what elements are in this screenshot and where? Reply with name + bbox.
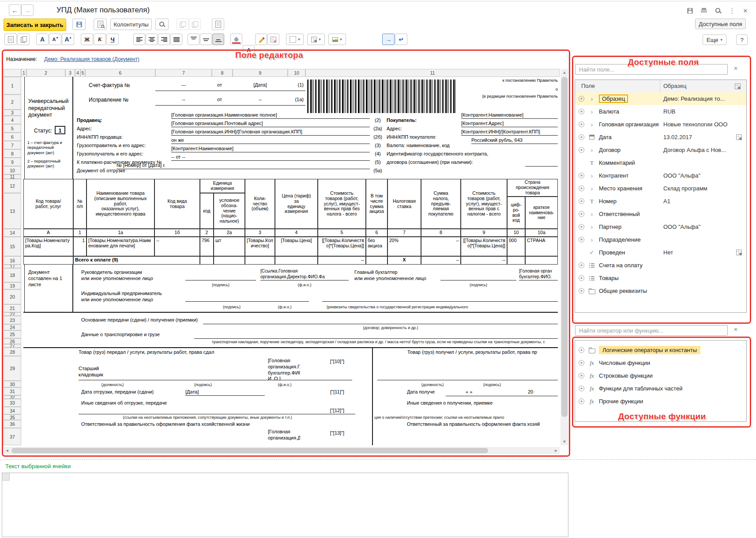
row-header[interactable]: 15 <box>4 237 21 256</box>
clear-cells-button[interactable] <box>267 34 279 45</box>
ship-date-label[interactable]: Дата отгрузки, передачи (сдачи) <box>81 389 154 395</box>
field-action-icon[interactable] <box>736 250 742 255</box>
more-button[interactable]: Еще▾ <box>703 34 726 45</box>
form-from2[interactable]: от <box>217 97 222 102</box>
field-row-golovnaya[interactable]: + › Головная организация Новые технологи… <box>575 118 746 131</box>
italic-button[interactable]: К <box>94 34 106 45</box>
expand-plus-icon[interactable]: + <box>579 224 584 230</box>
chevron-right-icon[interactable]: › <box>588 109 595 114</box>
sig-pages[interactable]: Документ составлен на 1 листе <box>28 269 71 288</box>
vertical-scroll-thumb[interactable] <box>561 77 568 417</box>
row-header[interactable]: 4 <box>4 116 21 124</box>
table-header-excise[interactable]: В том числе сумма акциза <box>366 179 387 229</box>
function-label[interactable]: Логические операторы и константы <box>599 346 700 354</box>
align-center-button[interactable] <box>146 34 158 45</box>
row-header[interactable]: 2 <box>4 95 21 110</box>
scroll-right-icon[interactable]: ► <box>553 447 560 454</box>
col-header-8[interactable]: 8 <box>212 69 233 77</box>
sheet-corner-cell[interactable] <box>4 69 21 77</box>
field-label[interactable]: Ответственный <box>599 211 640 217</box>
row-header[interactable]: 8 <box>4 149 21 158</box>
preview-icon[interactable] <box>713 6 723 15</box>
row-header[interactable]: 3 <box>4 110 21 116</box>
bold-button[interactable]: Ж <box>81 34 93 45</box>
field-row-dogovor[interactable]: + › Договор Договор Альфа с Нов... <box>575 144 746 156</box>
field-label[interactable]: Счета на оплату <box>599 262 643 269</box>
horizontal-scroll-thumb[interactable] <box>11 448 488 453</box>
total-cost-wo-tax[interactable]: -- <box>318 256 366 265</box>
row-header[interactable]: 34 <box>4 407 21 414</box>
fill-color-button[interactable] <box>230 34 242 45</box>
table-header-unit-name[interactable]: условное обозна- чение (нацио- нальное) <box>214 193 245 229</box>
fields-table-header[interactable]: Поле Образец <box>575 80 746 93</box>
vertical-scrollbar[interactable]: ▲ ▼ <box>560 69 568 445</box>
code-row-cell[interactable]: 8 <box>421 229 461 237</box>
chevron-right-icon[interactable]: › <box>588 212 595 217</box>
row-header[interactable]: 6 <box>4 133 21 141</box>
function-row-logical[interactable]: + Логические операторы и константы <box>575 344 746 356</box>
buyer-label[interactable]: Адрес: <box>387 126 402 132</box>
ship-date-value[interactable]: [Дата] <box>185 388 265 396</box>
horizontal-scrollbar[interactable]: ◄ ► <box>4 447 560 454</box>
col-header-4[interactable]: 4 <box>75 69 80 77</box>
kebab-menu-icon[interactable]: ⋮ <box>727 6 737 15</box>
row-header[interactable]: 26 <box>4 338 21 344</box>
field-action-icon[interactable] <box>736 134 742 140</box>
expand-plus-icon[interactable]: + <box>579 275 584 281</box>
copy-layout-button[interactable] <box>177 19 188 30</box>
sig-accountant-label[interactable]: Главный бухгалтер или иное уполномоченно… <box>354 269 438 282</box>
row-header[interactable]: 13 <box>4 193 21 229</box>
window-close-icon[interactable]: ✕ <box>741 6 750 15</box>
row-header[interactable]: 32 <box>4 395 21 399</box>
row-header[interactable]: 19 <box>4 282 21 289</box>
align-justify-button[interactable] <box>170 34 182 45</box>
page-mode-button[interactable] <box>212 19 224 30</box>
field-label[interactable]: Образец <box>599 95 628 103</box>
table-header-unit-code[interactable]: код <box>200 193 214 229</box>
column-settings-icon[interactable] <box>735 83 741 89</box>
table-header-code[interactable]: Код товара/ работ, услуг <box>23 179 73 229</box>
field-row-proveden[interactable]: ✓ Проведен Нет <box>575 246 746 259</box>
form-status-label[interactable]: Статус: <box>34 128 52 134</box>
field-label[interactable]: Подразделение <box>599 236 641 243</box>
form-date-placeholder[interactable]: [Дата] <box>233 82 288 88</box>
transfer-marker-13[interactable]: ["[13]"] <box>326 430 349 436</box>
row-header[interactable]: 12 <box>4 179 21 193</box>
code-row-cell[interactable]: 6 <box>366 229 387 237</box>
code-row-cell[interactable]: 10 <box>507 229 525 237</box>
total-row-cell[interactable] <box>200 256 214 265</box>
data-cell-excise[interactable]: без акциза <box>366 237 387 256</box>
form-doc-title[interactable]: Универсальный передаточный документ <box>28 98 71 119</box>
sample-column-header[interactable]: Образец <box>663 83 686 89</box>
borders-dropdown[interactable]: ▾ <box>286 34 304 45</box>
row-header[interactable]: 25 <box>4 330 21 338</box>
row-header[interactable]: 28 <box>4 348 21 356</box>
expand-plus-icon[interactable]: + <box>579 288 584 294</box>
col-header-2[interactable]: 2 <box>26 69 65 77</box>
data-cell-num[interactable]: 1 <box>73 237 87 256</box>
row-header[interactable]: 22 <box>4 312 21 316</box>
col-header-5[interactable]: 5 <box>80 69 85 77</box>
table-header-qty[interactable]: Коли- чество (объем) <box>245 179 275 229</box>
field-label[interactable]: Партнер <box>599 224 621 230</box>
expand-plus-icon[interactable]: + <box>579 147 584 153</box>
code-row-cell[interactable]: 2 <box>200 229 214 237</box>
field-row-podrazdelenie[interactable]: + › Подразделение <box>575 233 746 246</box>
total-row-cell[interactable] <box>23 256 73 265</box>
row-header[interactable]: 20 <box>4 289 21 304</box>
headers-footers-button[interactable]: Колонтитулы <box>110 19 152 30</box>
scroll-up-icon[interactable]: ▲ <box>560 69 568 76</box>
total-cost-with-tax[interactable]: -- <box>461 256 507 265</box>
table-header-price[interactable]: Цена (тариф) за единицу измерения <box>275 179 318 229</box>
forward-button[interactable]: → <box>21 4 34 16</box>
buyer-label[interactable]: договора (соглашения) (при наличии): <box>387 159 473 165</box>
expand-plus-icon[interactable]: + <box>579 373 584 379</box>
function-label[interactable]: Строковые функции <box>599 372 653 379</box>
transport-label[interactable]: Данные о транспортировке и грузе <box>81 332 160 337</box>
field-label[interactable]: Место хранения <box>599 185 642 192</box>
row-header[interactable]: 31 <box>4 387 21 395</box>
buyer-label[interactable]: Валюта: наименование, код <box>387 143 450 148</box>
data-cell-name[interactable]: [Товары.Номенклатура.Наименование для пе… <box>87 237 154 256</box>
row-header[interactable]: 11 <box>4 174 21 179</box>
col-header-7[interactable]: 7 <box>155 69 212 77</box>
